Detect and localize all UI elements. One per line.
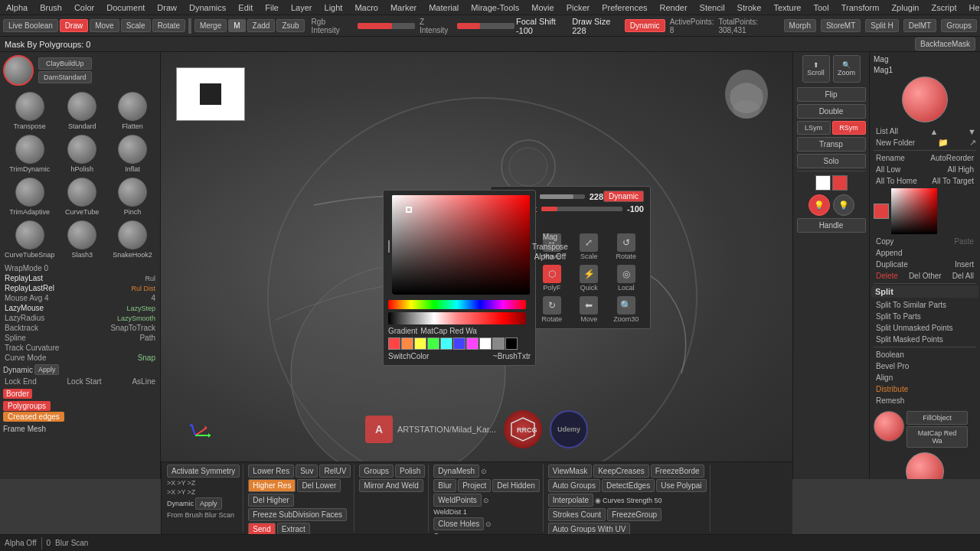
brush-damstandard-btn[interactable]: DamStandard xyxy=(38,71,92,83)
swatch-1[interactable] xyxy=(401,337,413,350)
del-all-btn[interactable]: Del All xyxy=(950,271,976,281)
freeze-group-btn[interactable]: FreezeGroup xyxy=(607,508,662,521)
menu-material[interactable]: Material xyxy=(423,2,465,14)
menu-picker[interactable]: Picker xyxy=(560,2,596,14)
reluv-btn[interactable]: RelUV xyxy=(319,465,351,478)
menu-draw[interactable]: Draw xyxy=(151,2,183,14)
detect-edges-btn[interactable]: DetectEdges xyxy=(602,479,655,492)
all-home-btn[interactable]: All To Home xyxy=(874,176,920,186)
blur-bt-btn[interactable]: Blur xyxy=(433,479,456,492)
icon-quick[interactable]: ⚡ Quick xyxy=(571,263,607,293)
replay-last-label[interactable]: ReplayLast xyxy=(5,274,43,282)
menu-zplugin[interactable]: Zplugin xyxy=(885,2,925,14)
scroll-btn[interactable]: ⬆ Scroll xyxy=(802,55,830,83)
matcap-bottom-btn[interactable]: MatCap Red Wa xyxy=(906,426,968,448)
brush-curvetube[interactable]: CurveTube xyxy=(57,176,106,217)
apply-btn[interactable]: Apply xyxy=(34,364,60,375)
apply-bt-btn[interactable]: Apply xyxy=(195,497,222,510)
brush-trimdynamic[interactable]: TrimDynamic xyxy=(3,133,56,174)
snap-label[interactable]: Snap xyxy=(138,354,155,362)
draw-size-slider[interactable] xyxy=(540,194,585,199)
menu-transform[interactable]: Transform xyxy=(835,2,886,14)
m-btn[interactable]: M xyxy=(228,19,245,32)
suv-btn[interactable]: Suv xyxy=(296,465,318,478)
use-polypaint-btn[interactable]: Use Polypai xyxy=(656,479,706,492)
color-gradient-row[interactable] xyxy=(388,312,526,324)
flip-btn[interactable]: Flip xyxy=(797,87,866,102)
brush-flatten[interactable]: Flatten xyxy=(108,90,157,132)
remesh-btn[interactable]: Remesh xyxy=(874,396,906,406)
icon-rotate2[interactable]: ↻ Rotate xyxy=(534,295,570,324)
creased-edges-btn[interactable]: Creased edges xyxy=(3,412,64,422)
new-folder-btn[interactable]: New Folder xyxy=(874,138,917,148)
distribute-btn[interactable]: Distribute xyxy=(874,384,910,394)
split-parts-btn[interactable]: Split To Parts xyxy=(874,311,923,321)
menu-marker[interactable]: Marker xyxy=(384,2,423,14)
menu-movie[interactable]: Movie xyxy=(525,2,560,14)
fill-object-btn[interactable]: FillObject xyxy=(906,411,968,425)
focal-shift-slider[interactable] xyxy=(541,207,622,211)
swatch-2[interactable] xyxy=(414,337,426,350)
freeze-subdiv-btn[interactable]: Freeze SubDivision Faces xyxy=(248,508,347,521)
border-btn[interactable]: Border xyxy=(3,389,32,399)
brush-curvetubesnap[interactable]: CurveTubeSnap xyxy=(3,219,56,260)
menu-layer[interactable]: Layer xyxy=(285,2,318,14)
rsym-btn[interactable]: RSym xyxy=(832,121,866,135)
move-btn[interactable]: Move xyxy=(90,19,119,32)
swatch-9[interactable] xyxy=(505,337,518,350)
zadd-btn[interactable]: Zadd xyxy=(247,19,276,32)
interpolate-btn[interactable]: Interpolate xyxy=(548,494,593,507)
menu-texture[interactable]: Texture xyxy=(767,2,807,14)
menu-light[interactable]: Light xyxy=(318,2,349,14)
swatch-7[interactable] xyxy=(479,337,492,350)
icon-polyf[interactable]: ⬡ PolyF xyxy=(534,263,570,293)
split-unmasked-btn[interactable]: Split Unmasked Points xyxy=(874,323,956,333)
delete-btn[interactable]: Delete xyxy=(874,271,900,281)
arrow-up-icon[interactable]: ▲ xyxy=(930,127,939,136)
keepcreases-btn[interactable]: KeepCreases xyxy=(593,465,649,478)
transp-btn[interactable]: Transp xyxy=(797,137,866,152)
align-btn[interactable]: Align xyxy=(874,373,895,383)
solo-btn[interactable]: Solo xyxy=(797,154,866,168)
viewmask-btn[interactable]: ViewMask xyxy=(548,465,592,478)
auto-reorder-btn[interactable]: AutoReorder xyxy=(928,153,976,163)
store-mt-btn[interactable]: StoreMT xyxy=(821,19,861,32)
brush-snakehook2[interactable]: SnakeHook2 xyxy=(108,219,157,260)
scale-btn[interactable]: Scale xyxy=(121,19,151,32)
morph-btn[interactable]: Morph xyxy=(784,19,816,32)
icon-rotate[interactable]: ↺ Rotate xyxy=(609,232,645,262)
zoom-btn[interactable]: 🔍 Zoom xyxy=(833,55,861,83)
brush-trimadaptive[interactable]: TrimAdaptive xyxy=(3,176,56,217)
groups-btn[interactable]: Groups xyxy=(941,19,977,32)
higher-res-btn[interactable]: Higher Res xyxy=(248,479,296,492)
icon-scale[interactable]: ⤢ Scale xyxy=(571,232,607,262)
all-target-btn[interactable]: All To Target xyxy=(929,176,976,186)
del-mt-btn[interactable]: DelMT xyxy=(903,19,936,32)
copy-btn[interactable]: Copy xyxy=(874,236,896,246)
swatch-6[interactable] xyxy=(466,337,479,350)
rotate-btn[interactable]: Rotate xyxy=(152,19,185,32)
color-spectrum[interactable] xyxy=(392,195,530,295)
menu-color[interactable]: Color xyxy=(68,2,100,14)
auto-groups-uv-btn[interactable]: Auto Groups With UV xyxy=(548,523,631,534)
replay-last-rel-label[interactable]: ReplayLastRel xyxy=(5,284,54,292)
canvas-area[interactable]: Mag Transpose Alpha Off Gradient MatCap … xyxy=(161,52,792,479)
all-low-btn[interactable]: All Low xyxy=(874,165,903,174)
swatch-red[interactable] xyxy=(832,175,848,191)
swatch-white[interactable] xyxy=(815,175,831,191)
append-btn[interactable]: Append xyxy=(874,248,904,258)
list-all-btn[interactable]: List All xyxy=(874,126,900,136)
brush-hpolish[interactable]: hPolish xyxy=(57,133,106,174)
menu-alpha[interactable]: Alpha xyxy=(0,2,34,14)
send-btn[interactable]: Send xyxy=(248,523,275,534)
menu-stencil[interactable]: Stencil xyxy=(694,2,731,14)
swatch-4[interactable] xyxy=(440,337,452,350)
mirror-weld-btn[interactable]: Mirror And Weld xyxy=(359,479,423,492)
brush-transpose[interactable]: Transpose xyxy=(3,90,56,132)
double-btn[interactable]: Double xyxy=(797,104,866,119)
split-masked-btn[interactable]: Split Masked Points xyxy=(874,334,946,344)
menu-stroke[interactable]: Stroke xyxy=(731,2,768,14)
activate-symmetry-btn[interactable]: Activate Symmetry xyxy=(167,465,240,478)
menu-document[interactable]: Document xyxy=(100,2,151,14)
duplicate-btn[interactable]: Duplicate xyxy=(874,259,910,269)
